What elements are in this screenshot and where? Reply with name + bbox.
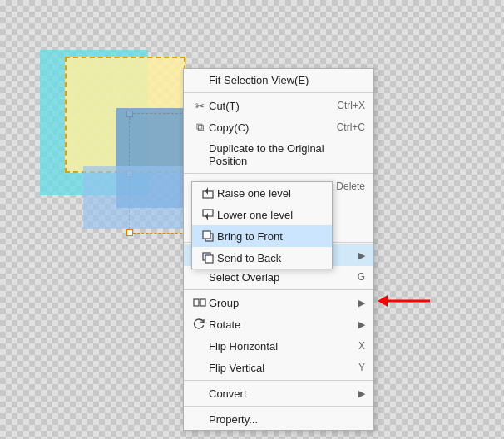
divider-2	[184, 173, 373, 174]
front-icon	[199, 229, 217, 243]
menu-label-rotate: Rotate	[209, 318, 358, 331]
menu-label-convert: Convert	[209, 387, 358, 400]
submenu-label-bring-to-front: Bring to Front	[217, 230, 324, 243]
submenu-label-raise-one: Raise one level	[217, 187, 324, 200]
menu-item-group[interactable]: Group ▶	[184, 292, 373, 313]
level-submenu: Raise one level Lower one level Bring to…	[191, 181, 333, 269]
copy-icon: ⧉	[190, 121, 209, 134]
group-arrow-icon: ▶	[358, 298, 365, 308]
rotate-icon	[190, 318, 209, 331]
menu-shortcut-flip-v: Y	[358, 362, 365, 373]
submenu-item-raise-one[interactable]: Raise one level	[192, 182, 332, 204]
menu-label-cut: Cut(T)	[209, 100, 329, 112]
submenu-item-send-to-back[interactable]: Send to Back	[192, 247, 332, 269]
menu-label-group: Group	[209, 297, 358, 309]
menu-label-fit-selection: Fit Selection View(E)	[209, 74, 365, 86]
menu-item-flip-v[interactable]: Flip Vertical Y	[184, 357, 373, 378]
menu-item-fit-selection[interactable]: Fit Selection View(E)	[184, 69, 373, 91]
rotate-arrow-icon: ▶	[358, 319, 365, 330]
svg-rect-5	[200, 299, 205, 306]
submenu-item-bring-to-front[interactable]: Bring to Front	[192, 225, 332, 247]
scissors-icon: ✂	[190, 100, 209, 112]
menu-item-duplicate[interactable]: Duplicate to the Original Position	[184, 138, 373, 171]
menu-item-cut[interactable]: ✂ Cut(T) Ctrl+X	[184, 95, 373, 116]
menu-shortcut-copy: Ctrl+C	[337, 121, 365, 133]
lower-icon	[199, 208, 217, 221]
svg-rect-10	[203, 231, 210, 239]
menu-label-flip-v: Flip Vertical	[209, 362, 350, 374]
menu-item-copy[interactable]: ⧉ Copy(C) Ctrl+C	[184, 116, 373, 138]
divider-5	[184, 380, 373, 381]
level-arrow-icon: ▶	[358, 250, 365, 261]
svg-rect-4	[194, 299, 199, 306]
divider-4	[184, 289, 373, 290]
raise-icon	[199, 186, 217, 200]
menu-label-duplicate: Duplicate to the Original Position	[209, 142, 365, 167]
menu-shortcut-select-overlap: G	[358, 271, 365, 283]
back-icon	[199, 251, 217, 264]
convert-arrow-icon: ▶	[358, 388, 365, 399]
submenu-item-lower-one[interactable]: Lower one level	[192, 204, 332, 225]
menu-shortcut-cut: Ctrl+X	[337, 100, 365, 111]
menu-label-select-overlap: Select Overlap	[209, 271, 349, 284]
svg-rect-12	[205, 255, 213, 263]
divider-6	[184, 406, 373, 407]
submenu-label-lower-one: Lower one level	[217, 209, 324, 221]
menu-item-property[interactable]: Property...	[184, 408, 373, 430]
menu-shortcut-delete: Delete	[336, 180, 365, 192]
menu-item-convert[interactable]: Convert ▶	[184, 382, 373, 404]
divider-1	[184, 92, 373, 93]
shape-blue-light	[83, 166, 183, 229]
menu-shortcut-flip-h: X	[358, 340, 365, 352]
menu-label-copy: Copy(C)	[209, 121, 329, 134]
menu-item-flip-h[interactable]: Flip Horizontal X	[184, 335, 373, 357]
menu-item-rotate[interactable]: Rotate ▶	[184, 313, 373, 335]
group-icon	[190, 296, 209, 309]
submenu-label-send-to-back: Send to Back	[217, 252, 324, 264]
menu-label-flip-h: Flip Horizontal	[209, 340, 350, 353]
menu-label-property: Property...	[209, 413, 365, 426]
